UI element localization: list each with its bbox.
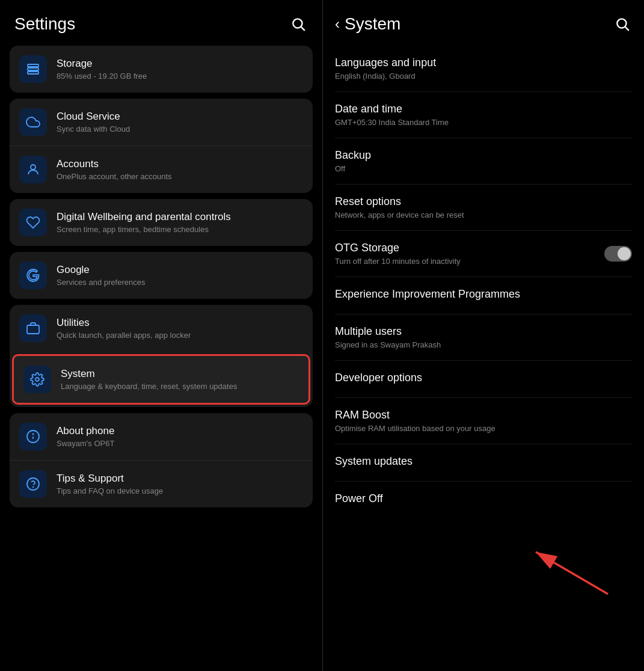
tips-icon (26, 477, 40, 491)
otg-storage-item[interactable]: OTG StorageTurn off after 10 minutes of … (335, 231, 632, 277)
developer-options-item[interactable]: Developer options (335, 361, 632, 398)
system-updates-title: System updates (335, 455, 632, 468)
tips-subtitle: Tips and FAQ on device usage (57, 486, 163, 495)
about-icon-box (19, 423, 47, 450)
otg-storage-toggle-container (604, 246, 632, 262)
wellbeing-subtitle: Screen time, app timers, bedtime schedul… (57, 225, 231, 234)
utilities-item[interactable]: Utilities Quick launch, parallel apps, a… (10, 305, 313, 352)
svg-line-14 (625, 27, 629, 31)
storage-item[interactable]: Storage 85% used - 19.20 GB free (10, 46, 313, 93)
cloud-text: Cloud Service Sync data with Cloud (57, 111, 130, 133)
date-time-item[interactable]: Date and timeGMT+05:30 India Standard Ti… (335, 92, 632, 138)
date-time-subtitle: GMT+05:30 India Standard Time (335, 118, 632, 127)
heart-icon (26, 215, 40, 230)
tips-icon-box (19, 470, 47, 498)
svg-rect-3 (28, 68, 38, 70)
svg-line-1 (301, 27, 305, 31)
multiple-users-item[interactable]: Multiple usersSigned in as Swayam Prakas… (335, 314, 632, 361)
settings-title: Settings (14, 14, 75, 34)
right-header: ‹ System (335, 0, 632, 46)
wellbeing-text: Digital Wellbeing and parental controls … (57, 211, 231, 234)
about-phone-item[interactable]: About phone Swayam's OP6T (10, 413, 313, 460)
backup-title: Backup (335, 149, 632, 162)
accounts-item[interactable]: Accounts OnePlus account, other accounts (10, 146, 313, 193)
info-icon (26, 429, 40, 444)
wellbeing-icon-box (19, 209, 47, 236)
storage-subtitle: 85% used - 19.20 GB free (57, 72, 147, 81)
left-header: Settings (10, 0, 313, 46)
svg-rect-6 (27, 325, 39, 334)
system-title: System (61, 368, 237, 380)
system-text: System Language & keyboard, time, reset,… (61, 368, 237, 391)
backup-subtitle: Off (335, 164, 632, 173)
developer-options-title: Developer options (335, 372, 632, 384)
google-item[interactable]: Google Services and preferences (10, 252, 313, 299)
cloud-service-item[interactable]: Cloud Service Sync data with Cloud (10, 99, 313, 146)
utilities-title: Utilities (57, 317, 191, 329)
power-off-title: Power Off (335, 492, 632, 505)
search-button[interactable] (289, 14, 308, 34)
reset-options-item[interactable]: Reset optionsNetwork, apps or device can… (335, 185, 632, 231)
system-item[interactable]: System Language & keyboard, time, reset,… (12, 354, 310, 405)
languages-input-item[interactable]: Languages and inputEnglish (India), Gboa… (335, 46, 632, 92)
svg-point-11 (27, 478, 39, 490)
tips-item[interactable]: Tips & Support Tips and FAQ on device us… (10, 460, 313, 507)
cloud-subtitle: Sync data with Cloud (57, 124, 130, 133)
accounts-icon-box (19, 156, 47, 183)
utilities-text: Utilities Quick launch, parallel apps, a… (57, 317, 191, 340)
google-card: Google Services and preferences (10, 252, 313, 299)
utilities-system-card: Utilities Quick launch, parallel apps, a… (10, 305, 313, 407)
svg-rect-2 (28, 64, 38, 67)
right-search-icon (615, 16, 630, 32)
svg-point-0 (293, 19, 302, 28)
about-subtitle: Swayam's OP6T (57, 439, 114, 448)
search-icon (290, 16, 306, 32)
system-icon (30, 372, 44, 387)
backup-item[interactable]: BackupOff (335, 138, 632, 185)
languages-input-title: Languages and input (335, 57, 632, 69)
svg-point-13 (617, 19, 626, 28)
date-time-title: Date and time (335, 103, 632, 115)
storage-card: Storage 85% used - 19.20 GB free (10, 46, 313, 93)
accounts-title: Accounts (57, 158, 172, 170)
accounts-icon (26, 162, 40, 177)
tips-text: Tips & Support Tips and FAQ on device us… (57, 473, 163, 495)
otg-storage-title: OTG Storage (335, 242, 632, 254)
utilities-icon-box (19, 314, 47, 342)
wellbeing-title: Digital Wellbeing and parental controls (57, 211, 231, 223)
ram-boost-title: RAM Boost (335, 409, 632, 421)
storage-icon-box (19, 55, 47, 83)
reset-options-title: Reset options (335, 195, 632, 208)
back-button[interactable]: ‹ (335, 16, 340, 32)
system-icon-box (23, 366, 51, 393)
languages-input-subtitle: English (India), Gboard (335, 72, 632, 81)
google-icon (26, 268, 40, 283)
svg-rect-4 (28, 72, 38, 74)
digital-wellbeing-item[interactable]: Digital Wellbeing and parental controls … (10, 199, 313, 246)
cloud-accounts-card: Cloud Service Sync data with Cloud Accou… (10, 99, 313, 193)
system-subtitle: Language & keyboard, time, reset, system… (61, 382, 237, 391)
reset-options-subtitle: Network, apps or device can be reset (335, 210, 632, 219)
accounts-text: Accounts OnePlus account, other accounts (57, 158, 172, 181)
header-left: ‹ System (335, 14, 400, 34)
system-updates-item[interactable]: System updates (335, 444, 632, 482)
right-search-button[interactable] (613, 14, 632, 34)
ram-boost-subtitle: Optimise RAM utilisation based on your u… (335, 424, 632, 433)
right-panel: ‹ System Languages and inputEnglish (Ind… (323, 0, 644, 671)
cloud-icon (26, 115, 40, 129)
power-off-item[interactable]: Power Off (335, 482, 632, 518)
accounts-subtitle: OnePlus account, other accounts (57, 172, 172, 181)
otg-storage-toggle[interactable] (604, 246, 632, 262)
about-tips-card: About phone Swayam's OP6T Tips & Support… (10, 413, 313, 507)
about-title: About phone (57, 425, 114, 437)
experience-improvement-item[interactable]: Experience Improvement Programmes (335, 277, 632, 314)
cloud-title: Cloud Service (57, 111, 130, 123)
svg-point-7 (35, 378, 39, 381)
google-icon-box (19, 262, 47, 289)
storage-icon (26, 62, 40, 76)
red-arrow-annotation (452, 534, 644, 600)
ram-boost-item[interactable]: RAM BoostOptimise RAM utilisation based … (335, 398, 632, 444)
system-items-list: Languages and inputEnglish (India), Gboa… (335, 46, 632, 518)
utilities-subtitle: Quick launch, parallel apps, app locker (57, 331, 191, 340)
google-subtitle: Services and preferences (57, 278, 145, 287)
